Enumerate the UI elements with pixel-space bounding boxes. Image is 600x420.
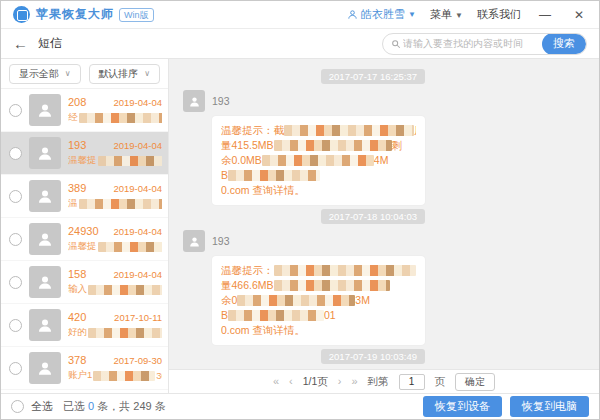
avatar <box>183 90 205 112</box>
message-preview: 好的 <box>68 326 162 339</box>
message-text-line: 余0.0MB4M <box>221 153 416 168</box>
contact-date: 2019-04-04 <box>113 269 162 280</box>
contact-number: 193 <box>68 139 86 151</box>
contact-radio[interactable] <box>9 319 22 332</box>
message-text-line: 0.com 查询详情。 <box>221 183 416 198</box>
blurred-text <box>228 310 324 321</box>
version-badge: Win版 <box>119 8 154 22</box>
pagination-bar: « ‹ 1/1页 › » 到第 页 确定 <box>169 369 599 393</box>
contact-date: 2017-10-11 <box>114 312 162 323</box>
contact-date: 2019-04-04 <box>113 140 162 151</box>
titlebar: 苹果恢复大师 Win版 皓衣胜雪 ▼ 菜单 ▼ 联系我们 — ✕ <box>1 1 599 29</box>
blurred-text <box>88 328 162 338</box>
blurred-text <box>79 199 163 209</box>
blurred-text <box>98 242 163 252</box>
contact-row[interactable]: 193 2019-04-04 温馨提 <box>1 132 168 175</box>
toolbar: ← 短信 搜索 <box>1 29 599 59</box>
contact-radio[interactable] <box>9 233 22 246</box>
message-text-line: 量466.6MB <box>221 278 416 293</box>
blurred-text <box>88 285 162 295</box>
message-bubble[interactable]: 温馨提示：量466.6MB余03MB010.com 查询详情。 <box>212 256 425 345</box>
restore-to-pc-button[interactable]: 恢复到电脑 <box>510 396 589 417</box>
blurred-text <box>237 295 355 306</box>
contact-row[interactable]: 389 2019-04-04 温 <box>1 175 168 218</box>
page-unit-label: 页 <box>435 375 446 389</box>
page-number-input[interactable] <box>399 374 425 390</box>
total-count: 249 <box>133 400 151 412</box>
avatar <box>29 223 61 255</box>
message-preview: 经 <box>68 111 162 124</box>
contact-row[interactable]: 24930 2019-04-04 温馨提… <box>1 218 168 261</box>
filter-row: 显示全部 ∨ 默认排序 ∨ <box>1 59 168 89</box>
restore-to-device-button[interactable]: 恢复到设备 <box>423 396 502 417</box>
blurred-text <box>98 156 163 166</box>
search-icon <box>391 39 401 49</box>
search-bar: 搜索 <box>382 33 587 55</box>
goto-label: 到第 <box>368 375 389 389</box>
user-account-menu[interactable]: 皓衣胜雪 ▼ <box>347 7 416 22</box>
show-all-dropdown[interactable]: 显示全部 ∨ <box>9 64 81 84</box>
chevron-down-icon: ▼ <box>455 11 463 20</box>
show-all-label: 显示全部 <box>19 67 59 81</box>
back-button[interactable]: ← <box>13 36 28 51</box>
contact-list: 208 2019-04-04 经 193 2019-04-04 温馨提 <box>1 89 168 393</box>
chevron-down-icon: ▼ <box>408 10 416 19</box>
contact-radio[interactable] <box>9 362 22 375</box>
app-window: 苹果恢复大师 Win版 皓衣胜雪 ▼ 菜单 ▼ 联系我们 — ✕ ← 短信 搜索 <box>0 0 600 420</box>
next-page-button[interactable]: › <box>338 376 342 387</box>
blurred-text <box>284 125 414 136</box>
select-all-radio[interactable] <box>11 400 24 413</box>
avatar <box>29 180 61 212</box>
message-text-line: B <box>221 168 416 183</box>
contact-row[interactable]: 420 2017-10-11 好的 <box>1 304 168 347</box>
message-group: 2017-07-19 10:03:49 193 温馨提示：截止07量478.4M… <box>183 349 425 369</box>
user-icon <box>347 9 358 20</box>
message-sender: 193 <box>212 235 230 247</box>
blurred-text <box>79 113 163 123</box>
avatar <box>183 230 205 252</box>
avatar <box>29 266 61 298</box>
contact-radio[interactable] <box>9 190 22 203</box>
message-panel: 2017-07-17 16:25:37 193 温馨提示：截用流量415.5MB… <box>169 59 599 393</box>
avatar <box>29 309 61 341</box>
contact-radio[interactable] <box>9 104 22 117</box>
message-group: 2017-07-17 16:25:37 193 温馨提示：截用流量415.5MB… <box>183 69 425 205</box>
sort-dropdown[interactable]: 默认排序 ∨ <box>89 64 161 84</box>
message-text-line: 温馨提示： <box>221 263 416 278</box>
selection-summary: 已选 0 条，共 249 条 <box>63 399 166 414</box>
prev-page-button[interactable]: ‹ <box>289 376 293 387</box>
minimize-button[interactable]: — <box>535 8 555 22</box>
page-indicator: 1/1页 <box>303 375 328 389</box>
contact-row[interactable]: 158 2019-04-04 输入 <box>1 261 168 304</box>
contact-date: 2017-09-30 <box>113 355 162 366</box>
close-button[interactable]: ✕ <box>569 8 589 22</box>
last-page-button[interactable]: » <box>351 376 357 387</box>
contact-radio[interactable] <box>9 147 22 160</box>
message-text-line: 0.com 查询详情。 <box>221 323 416 338</box>
contact-row[interactable]: 378 2017-09-30 账户130 <box>1 347 168 390</box>
menu-dropdown[interactable]: 菜单 ▼ <box>430 7 463 22</box>
message-text-line: 温馨提示：截用流 <box>221 123 416 138</box>
contact-radio[interactable] <box>9 276 22 289</box>
avatar <box>29 137 61 169</box>
goto-confirm-button[interactable]: 确定 <box>455 373 495 391</box>
contact-date: 2019-04-04 <box>113 183 162 194</box>
message-timestamp: 2017-07-17 16:25:37 <box>321 69 425 84</box>
message-text-line: 量415.5MB剩 <box>221 138 416 153</box>
message-preview: 温馨提… <box>68 240 162 253</box>
menu-label: 菜单 <box>430 8 452 20</box>
blurred-text <box>274 280 390 291</box>
first-page-button[interactable]: « <box>273 376 279 387</box>
blurred-text <box>262 155 374 166</box>
blurred-text <box>228 170 320 181</box>
message-thread: 2017-07-17 16:25:37 193 温馨提示：截用流量415.5MB… <box>169 59 599 369</box>
search-button[interactable]: 搜索 <box>542 33 586 55</box>
message-bubble[interactable]: 温馨提示：截用流量415.5MB剩余0.0MB4MB0.com 查询详情。 <box>212 116 425 205</box>
message-text-line: B01 <box>221 308 416 323</box>
contact-number: 208 <box>68 96 86 108</box>
search-input[interactable] <box>403 38 542 49</box>
contact-row[interactable]: 208 2019-04-04 经 <box>1 89 168 132</box>
contact-us-link[interactable]: 联系我们 <box>477 7 521 22</box>
blurred-text <box>274 140 392 151</box>
page-title: 短信 <box>38 35 62 52</box>
